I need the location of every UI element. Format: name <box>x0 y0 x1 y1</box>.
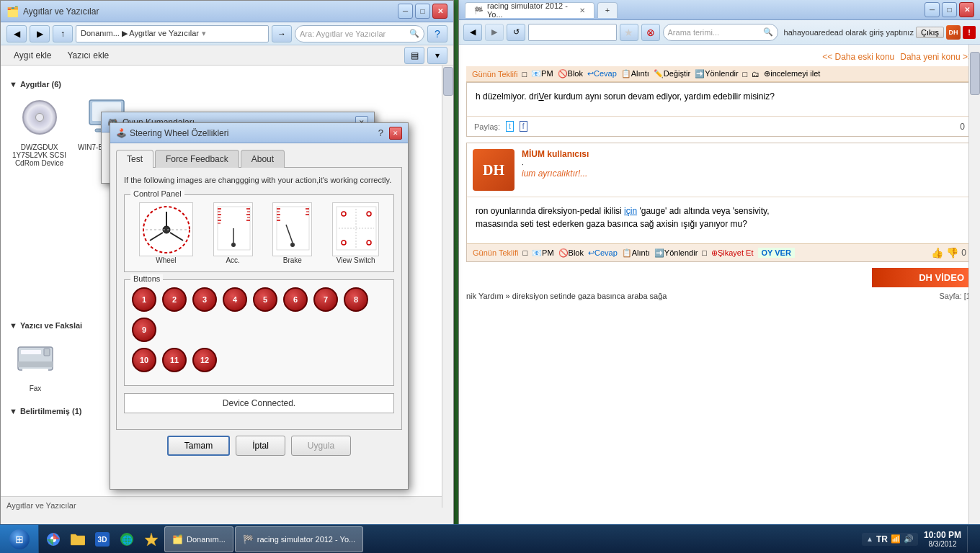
toolbar-blok[interactable]: 🚫Blok <box>558 69 583 78</box>
explorer-maximize-button[interactable]: □ <box>415 4 430 19</box>
browser-maximize-button[interactable]: □ <box>942 2 957 17</box>
show-desktop-button[interactable] <box>967 526 973 552</box>
browser-address-bar[interactable] <box>528 24 617 41</box>
up-arrow-icon[interactable]: ▲ <box>866 535 873 543</box>
explorer-minimize-button[interactable]: ─ <box>398 4 413 19</box>
browser-scrollbar-thumb[interactable] <box>970 52 980 95</box>
tab-force-feedback[interactable]: Force Feedback <box>155 150 239 168</box>
button-2[interactable]: 2 <box>162 287 187 312</box>
button-9[interactable]: 9 <box>132 318 156 342</box>
browser-back-button[interactable]: ◀ <box>463 24 482 41</box>
search-bar[interactable]: Ara: Aygıtlar ve Yazıcılar 🔍 <box>295 25 424 42</box>
add-printer-menu[interactable]: Yazıcı ekle <box>60 48 116 63</box>
button-6[interactable]: 6 <box>283 287 308 312</box>
unknown-collapse-icon[interactable]: ▼ <box>9 407 17 415</box>
browser-search-bar[interactable]: Arama terimi... 🔍 <box>663 24 778 41</box>
stop-button[interactable]: ⊗ <box>641 24 660 41</box>
steering-close-button[interactable]: ✕ <box>389 127 402 140</box>
button-3[interactable]: 3 <box>192 287 217 312</box>
browser-forward-button[interactable]: ▶ <box>485 24 504 41</box>
prev-topic-link[interactable]: << Daha eski konu <box>822 52 894 62</box>
browser-close-button[interactable]: ✕ <box>959 2 974 17</box>
explorer-toolbar: ◀ ▶ ↑ Donanım... ▶ Aygıtlar ve Yazıcılar… <box>1 22 453 45</box>
button-7[interactable]: 7 <box>313 287 338 312</box>
button-10[interactable]: 10 <box>132 348 156 372</box>
search-icon[interactable]: 🔍 <box>409 29 419 38</box>
printer-collapse-icon[interactable]: ▼ <box>9 321 17 330</box>
footer-pm[interactable]: 📧PM <box>532 248 554 258</box>
footer-teklifi[interactable]: Günün Teklifi <box>473 248 518 257</box>
toolbar-incele[interactable]: ⊕incelemeyi ilet <box>764 69 820 78</box>
next-topic-link[interactable]: Daha yeni konu >> <box>900 52 973 62</box>
taskbar-ie-icon[interactable] <box>42 526 65 552</box>
taskbar-gps-icon[interactable]: 3D <box>91 526 114 552</box>
wheel-control: Wheel <box>139 202 193 264</box>
cdrom-device[interactable]: DWZGDUX1Y7SL2VK SCSICdRom Device <box>12 94 66 307</box>
clock[interactable]: 10:00 PM 8/3/2012 <box>924 530 961 548</box>
address-bar[interactable]: Donanım... ▶ Aygıtlar ve Yazıcılar ▾ <box>76 25 269 42</box>
twitter-icon[interactable]: t <box>506 121 514 132</box>
thumbs-up-button[interactable]: 👍 <box>931 247 943 258</box>
button-12[interactable]: 12 <box>192 348 217 372</box>
help-button[interactable]: ? <box>427 25 447 42</box>
add-device-menu[interactable]: Aygıt ekle <box>6 48 58 63</box>
view-options-button[interactable]: ▤ <box>404 47 424 64</box>
back-button[interactable]: ◀ <box>6 25 27 42</box>
up-button[interactable]: ↑ <box>53 25 73 42</box>
toolbar-cevap[interactable]: ↩Cevap <box>587 69 617 78</box>
breadcrumb[interactable]: nik Yardım » direksiyon setinde gaza bas… <box>466 292 667 300</box>
start-button[interactable]: ⊞ <box>0 525 39 554</box>
button-5[interactable]: 5 <box>253 287 277 312</box>
thumbs-down-button[interactable]: 👎 <box>946 247 958 258</box>
browser-tab-active[interactable]: 🏁 racing simulator 2012 - Yo... ✕ <box>465 2 594 18</box>
footer-yonlendir[interactable]: ➡️Yönlendir <box>654 248 698 258</box>
control-panel-label: Control Panel <box>130 189 184 198</box>
forward-button[interactable]: ▶ <box>30 25 50 42</box>
view-toggle-button[interactable]: ▾ <box>427 47 447 64</box>
taskbar-green-icon[interactable]: 🌐 <box>115 526 138 552</box>
tab-test[interactable]: Test <box>116 150 153 168</box>
toolbar-yonlendir[interactable]: ➡️Yönlendir <box>695 69 738 78</box>
footer-sikayet[interactable]: ⊕Şikayet Et <box>711 248 754 258</box>
scrollbar-thumb[interactable] <box>443 67 453 96</box>
explorer-close-button[interactable]: ✕ <box>432 4 447 19</box>
volume-icon[interactable]: 🔊 <box>904 534 914 544</box>
browser-minimize-button[interactable]: ─ <box>925 2 940 17</box>
fax-device[interactable]: Fax <box>12 336 58 392</box>
bookmark-button[interactable]: ★ <box>620 24 638 41</box>
button-1[interactable]: 1 <box>132 287 156 312</box>
iptal-button[interactable]: İptal <box>236 436 285 456</box>
toolbar-degistir[interactable]: ✏️Değiştir <box>654 69 690 78</box>
button-8[interactable]: 8 <box>344 287 368 312</box>
taskbar-browser-item[interactable]: 🏁 racing simulator 2012 - Yo... <box>235 526 363 552</box>
taskbar-folder-icon[interactable] <box>66 526 89 552</box>
tamam-button[interactable]: Tamam <box>167 436 230 456</box>
footer-alinti[interactable]: 📋Alıntı <box>622 248 650 258</box>
button-4[interactable]: 4 <box>223 287 247 312</box>
uygula-button[interactable]: Uygula <box>291 436 351 456</box>
taskbar-star-icon[interactable] <box>140 526 163 552</box>
browser-scrollbar[interactable] <box>968 45 980 526</box>
help-icon[interactable]: ? <box>378 127 383 138</box>
go-button[interactable]: → <box>272 25 292 42</box>
footer-oy[interactable]: OY VER <box>758 248 795 258</box>
browser-refresh-button[interactable]: ↺ <box>507 24 525 41</box>
footer-blok[interactable]: 🚫Blok <box>558 248 584 258</box>
dh-video-banner[interactable]: DH VİDEO <box>872 268 973 287</box>
toolbar-teklifi[interactable]: Günün Teklifi <box>472 70 517 78</box>
browser-search-icon[interactable]: 🔍 <box>763 27 773 37</box>
facebook-icon[interactable]: f <box>520 121 527 132</box>
logout-button[interactable]: Çıkış <box>916 27 944 38</box>
toolbar-pm[interactable]: 📧PM <box>531 69 553 78</box>
footer-cevap[interactable]: ↩Cevap <box>588 248 618 258</box>
tab-about[interactable]: About <box>241 150 285 168</box>
button-11[interactable]: 11 <box>162 348 187 372</box>
taskbar-explorer-item[interactable]: 🗂️ Donanım... <box>164 526 233 552</box>
toolbar-alinti[interactable]: 📋Alıntı <box>621 69 649 78</box>
status-bar: Device Connected. <box>124 393 394 413</box>
devices-collapse-icon[interactable]: ▼ <box>9 80 17 89</box>
explorer-scrollbar[interactable] <box>442 66 453 508</box>
tab-close-button[interactable]: ✕ <box>579 6 585 14</box>
browser-tab-2[interactable]: + <box>597 2 618 18</box>
buttons-row-1: 1 2 3 4 5 6 7 8 9 <box>132 287 386 342</box>
